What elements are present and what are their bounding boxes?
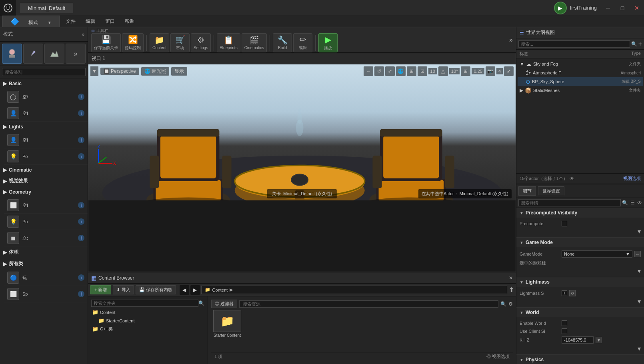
outliner-add-icon[interactable]: + (638, 40, 642, 48)
mode-expand-icon[interactable]: » (82, 32, 84, 37)
cb-save-button[interactable]: 💾 保存所有内容 (136, 285, 176, 294)
cb-back-button[interactable]: ◀ (180, 285, 189, 295)
cb-import-button[interactable]: ⬇ 导入 (113, 285, 134, 294)
precompute-checkbox[interactable] (562, 221, 567, 226)
search-category-input[interactable] (2, 68, 86, 76)
vp-tool-world[interactable]: 🌐 (396, 66, 406, 76)
details-grid-icon[interactable]: ☰ (630, 200, 635, 206)
lights-info-1[interactable]: i (78, 137, 84, 143)
vp-tool-camera[interactable]: 📷 (486, 66, 495, 76)
vp-tool-scale-snap[interactable]: ⊞ (461, 66, 470, 76)
cb-nav-right[interactable]: ⬆ (509, 286, 514, 294)
toolbar-edit-btn[interactable]: ✏ 编辑 (293, 33, 312, 52)
vp-tool-rotate[interactable]: ↺ (374, 66, 384, 76)
viewport-lighting-button[interactable]: 🌐 带光照 (141, 67, 169, 76)
outliner-item-bp-sky[interactable]: ⊙ BP_Sky_Sphere 编辑 BP_S (518, 77, 643, 86)
vp-tool-move[interactable]: ↔ (364, 66, 373, 76)
geometry-info-2[interactable]: i (78, 218, 84, 225)
lightmass-expand-btn[interactable]: + (562, 290, 567, 296)
cb-tree-content[interactable]: 📁 Content (90, 308, 206, 316)
details-tab-details[interactable]: 细节 (518, 186, 536, 196)
cb-tree-cpp[interactable]: 📁 C++类 (90, 325, 206, 333)
content-browser-close-button[interactable]: ✕ (509, 275, 513, 281)
outliner-item-atmospheric[interactable]: 🌫 Atmospheric F Atmospheri (518, 68, 643, 77)
cb-view-options-button[interactable]: ◎ 视图选项 (486, 354, 510, 360)
gamemode-expand-btn[interactable]: ▾ (520, 267, 641, 275)
basic-info-2[interactable]: i (78, 110, 84, 116)
all-item-1[interactable]: 🔵 玩 i (4, 270, 88, 286)
cb-tree-starter[interactable]: 📁 StarterContent (90, 316, 206, 325)
category-volume[interactable]: ▶体积 (0, 246, 88, 258)
cb-forward-button[interactable]: ▶ (190, 285, 200, 295)
toolbar-content-btn[interactable]: 📁 Content (150, 33, 169, 52)
view-options-button[interactable]: 视图选项 (623, 176, 641, 182)
toolbar-blueprints-btn[interactable]: 📋 Blueprints (217, 33, 240, 52)
geometry-item-1[interactable]: ⬜ 空I i (4, 197, 88, 214)
tool-paint[interactable] (23, 44, 43, 64)
geometry-info-1[interactable]: i (78, 202, 84, 208)
main-tab[interactable]: Minimal_Default (20, 3, 73, 13)
toolbar-market-btn[interactable]: 🛒 市场 (170, 33, 190, 52)
tool-more[interactable]: » (66, 44, 86, 64)
lightmass-edit-btn[interactable]: ↺ (569, 290, 576, 296)
menu-window[interactable]: 窗口 (101, 17, 119, 26)
cb-filter-button[interactable]: ◎ 过滤器 (211, 300, 237, 308)
basic-info-1[interactable]: i (78, 94, 84, 100)
cb-search-input[interactable] (91, 300, 198, 307)
cb-item-starter[interactable]: 📁 Starter Content (211, 310, 243, 338)
section-physics-header[interactable]: ▼ Physics (516, 355, 644, 364)
lights-item-1[interactable]: 👤 空I i (4, 132, 88, 148)
world-killz-value[interactable]: -1048575.0 (562, 336, 594, 344)
category-all[interactable]: ▶所有类 (0, 258, 88, 270)
vp-tool-angle-snap[interactable]: △ (438, 66, 448, 76)
gamemode-edit-btn[interactable]: ← (634, 251, 641, 257)
lightmass-more-btn[interactable]: ▾ (520, 298, 641, 305)
world-expand-btn[interactable]: ▾ (520, 345, 641, 352)
details-search-input[interactable] (518, 199, 621, 206)
geometry-item-3[interactable]: ◼ 立: i (4, 230, 88, 246)
outliner-search-input[interactable] (518, 40, 630, 48)
toolbar-settings-btn[interactable]: ⚙ Settings (191, 33, 211, 52)
lights-info-2[interactable]: i (78, 153, 84, 160)
details-tab-world[interactable]: 世界设置 (538, 186, 564, 196)
category-geometry[interactable]: ▶Geometry (0, 187, 88, 197)
basic-item-2[interactable]: 👤 空I i (4, 105, 88, 122)
lights-item-2[interactable]: 💡 Po i (4, 148, 88, 165)
category-cinematic[interactable]: ▶Cinematic (0, 165, 88, 175)
toolbar-save-btn[interactable]: 💾 保存当前关卡 (91, 33, 121, 52)
section-world-header[interactable]: ▼ World (516, 308, 644, 317)
close-button[interactable]: ✕ (630, 0, 644, 16)
all-info-2[interactable]: i (78, 291, 84, 297)
section-gamemode-header[interactable]: ▼ Game Mode (516, 238, 644, 247)
category-visual-effects[interactable]: ▶视觉效果 (0, 175, 88, 187)
all-info-1[interactable]: i (78, 274, 84, 281)
vp-tool-scale[interactable]: ⤢ (385, 66, 395, 76)
tool-landscape[interactable] (44, 44, 64, 64)
category-basic[interactable]: ▶Basic (0, 78, 88, 89)
vp-tool-maximize[interactable]: ⤢ (504, 66, 514, 76)
toolbar-cinematics-btn[interactable]: 🎬 Cinematics (242, 33, 267, 52)
section-lightmass-header[interactable]: ▼ Lightmass (516, 277, 644, 287)
outliner-item-sky-fog[interactable]: ▼ ☁ Sky and Fog 文件夹 (518, 60, 643, 68)
vp-tool-snap[interactable]: ⊡ (418, 66, 427, 76)
viewport-perspective-button[interactable]: 🔲 Perspective (100, 68, 139, 75)
world-client-checkbox[interactable] (562, 328, 567, 334)
tool-place[interactable] (2, 44, 22, 64)
category-lights[interactable]: ▶Lights (0, 122, 88, 132)
menu-edit[interactable]: 编辑 (82, 17, 99, 26)
geometry-info-3[interactable]: i (78, 235, 84, 241)
basic-item-1[interactable]: ◯ 空/ i (4, 89, 88, 105)
all-item-2[interactable]: ⬜ Sp i (4, 286, 88, 302)
precomputed-expand-btn[interactable]: ▾ (520, 228, 641, 235)
section-precomputed-header[interactable]: ▼ Precomputed Visibility (516, 208, 644, 218)
maximize-button[interactable]: □ (615, 0, 630, 16)
viewport-display-button[interactable]: 显示 (171, 67, 187, 76)
toolbar-more-button[interactable]: » (509, 36, 513, 44)
toolbar-play-btn[interactable]: ▶ 播放 (318, 33, 338, 52)
cb-new-button[interactable]: + 新增 (90, 285, 111, 294)
details-eye-icon[interactable]: 👁 (637, 200, 642, 206)
menu-help[interactable]: 帮助 (121, 17, 138, 26)
gamemode-select[interactable]: None ▼ (562, 250, 632, 258)
world-killz-edit[interactable]: ▼ (596, 337, 602, 343)
cb-extra-btn[interactable]: ⚙ (508, 301, 513, 307)
